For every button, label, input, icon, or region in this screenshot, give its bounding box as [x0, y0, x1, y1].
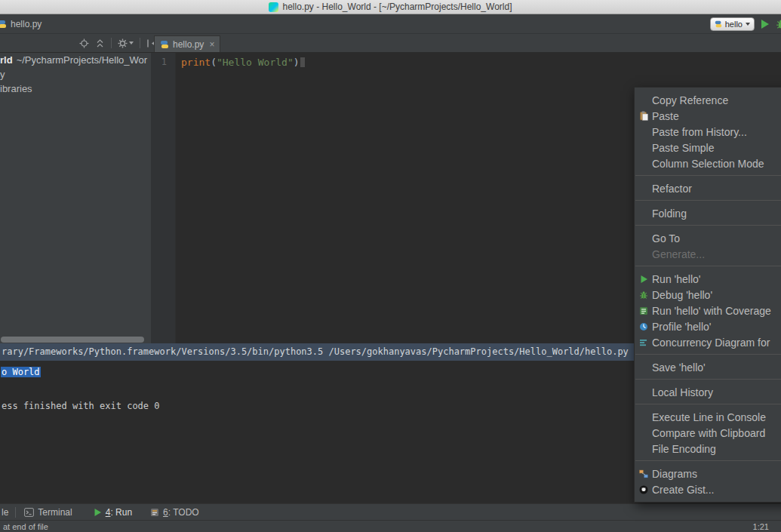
breadcrumb-file[interactable]: hello.py — [11, 19, 42, 29]
menu-item-go-to[interactable]: Go To — [635, 230, 781, 246]
line-number: 1 — [151, 57, 167, 67]
close-icon[interactable]: × — [209, 39, 214, 50]
menu-item-column-selection-mode[interactable]: Column Selection Mode — [635, 155, 781, 171]
menu-item-refactor[interactable]: Refactor — [635, 180, 781, 196]
menu-item-debug-hello[interactable]: Debug 'hello' — [635, 287, 781, 303]
run-button[interactable] — [761, 20, 769, 29]
tab-hello-py[interactable]: hello.py × — [154, 35, 220, 52]
locate-icon[interactable] — [79, 38, 89, 48]
menu-item-local-history[interactable]: Local History — [635, 384, 781, 400]
empty-icon — [638, 248, 650, 260]
menu-item-copy-reference[interactable]: Copy Reference — [635, 92, 781, 108]
project-root-item[interactable]: rld~/PycharmProjects/Hello_Wor — [0, 53, 151, 67]
status-bar: at end of file 1:21 — [0, 520, 781, 532]
project-file-item[interactable]: y — [0, 67, 151, 81]
titlebar: hello.py - Hello_World - [~/PycharmProje… — [0, 0, 781, 14]
toolwindow-run-button[interactable]: 4: Run — [94, 507, 132, 518]
menu-item-run-hello-with-coverage[interactable]: Run 'hello' with Coverage — [635, 303, 781, 318]
menu-item-label: Save 'hello' — [652, 361, 706, 374]
python-file-icon — [0, 20, 7, 29]
menu-item-label: Go To — [652, 232, 680, 244]
console-command-text: rary/Frameworks/Python.framework/Version… — [2, 346, 629, 357]
menu-separator — [635, 460, 781, 461]
menu-item-execute-line-in-console[interactable]: Execute Line in Console — [635, 409, 781, 425]
empty-icon — [638, 386, 650, 398]
project-libraries-item[interactable]: ibraries — [0, 81, 151, 96]
menu-item-label: Local History — [652, 386, 713, 398]
menu-item-label: Profile 'hello' — [652, 321, 712, 333]
diagrams-icon — [638, 468, 650, 480]
menu-item-profile-hello[interactable]: Profile 'hello' — [635, 318, 781, 334]
paste-icon — [638, 110, 650, 122]
gear-icon — [118, 38, 128, 48]
menu-separator — [635, 225, 781, 226]
menu-item-paste-simple[interactable]: Paste Simple — [635, 140, 781, 155]
empty-icon — [638, 411, 650, 423]
run-icon — [638, 273, 650, 285]
python-file-icon — [160, 40, 169, 49]
menu-item-paste-from-history[interactable]: Paste from History... — [635, 124, 781, 140]
empty-icon — [638, 232, 650, 244]
menu-item-label: Paste Simple — [652, 142, 714, 154]
menu-item-folding[interactable]: Folding — [635, 205, 781, 221]
todo-mnemonic: 6 — [163, 507, 168, 518]
run-tab-label: 4: Run — [106, 507, 132, 518]
tab-bar: hello.py × — [0, 34, 781, 53]
menu-separator — [635, 404, 781, 404]
menu-item-label: Debug 'hello' — [652, 289, 712, 301]
menu-item-save-hello[interactable]: Save 'hello' — [635, 359, 781, 375]
menu-item-compare-with-clipboard[interactable]: Compare with Clipboard — [635, 425, 781, 441]
project-root-name: rld — [0, 54, 13, 66]
empty-icon — [638, 94, 650, 106]
todo-tab-label: 6: TODO — [163, 507, 199, 518]
menu-item-label: Compare with Clipboard — [652, 427, 765, 439]
menu-item-label: Column Selection Mode — [652, 158, 764, 170]
toolwindow-console-button[interactable]: le — [2, 507, 8, 518]
run-config-select[interactable]: hello — [710, 17, 755, 31]
empty-icon — [638, 427, 650, 439]
editor-gutter[interactable]: 1 — [151, 53, 176, 343]
menu-item-run-hello[interactable]: Run 'hello' — [635, 271, 781, 287]
menu-item-file-encoding[interactable]: File Encoding — [635, 441, 781, 457]
context-menu: Copy Reference Paste Paste from History.… — [634, 87, 781, 503]
concurrency-icon — [638, 337, 650, 349]
menu-separator — [635, 354, 781, 355]
empty-icon — [638, 142, 650, 154]
todo-label-rest: : TODO — [168, 507, 199, 518]
caret-position[interactable]: 1:21 — [753, 522, 769, 531]
divider — [140, 38, 140, 48]
project-panel[interactable]: rld~/PycharmProjects/Hello_Wor y ibrarie… — [0, 53, 151, 343]
divider — [111, 38, 112, 48]
menu-item-label: Generate... — [652, 248, 705, 260]
menu-item-diagrams[interactable]: Diagrams — [635, 466, 781, 481]
empty-icon — [638, 443, 650, 455]
menu-item-label: Folding — [652, 208, 687, 220]
horizontal-scrollbar[interactable] — [1, 337, 144, 343]
debug-icon — [638, 289, 650, 301]
collapse-all-icon[interactable] — [95, 38, 105, 48]
project-panel-toolbar — [79, 34, 156, 52]
menu-item-paste[interactable]: Paste — [635, 108, 781, 124]
run-config-label: hello — [725, 20, 743, 29]
tool-window-bar: le Terminal 4: Run 6: TODO — [0, 503, 781, 520]
breadcrumb: hello.py — [0, 14, 42, 33]
coverage-icon — [638, 305, 650, 317]
menu-item-label: Paste from History... — [652, 126, 747, 138]
run-toolbar: hello — [710, 14, 781, 33]
menu-separator — [635, 266, 781, 266]
toolwindow-todo-button[interactable]: 6: TODO — [150, 507, 199, 518]
python-config-icon — [715, 20, 722, 28]
console-selected-text: o World — [1, 367, 41, 377]
menu-item-concurrency-diagram[interactable]: Concurrency Diagram for — [635, 334, 781, 350]
code-token-open-paren: ( — [211, 57, 217, 68]
menu-item-create-gist[interactable]: Create Gist... — [635, 481, 781, 497]
menu-item-label: Run 'hello' — [652, 273, 701, 285]
debug-button[interactable] — [776, 19, 781, 29]
menu-item-generate: Generate... — [635, 246, 781, 262]
code-line: print("Hello World") — [177, 56, 781, 69]
toolwindow-terminal-button[interactable]: Terminal — [24, 507, 72, 518]
menu-item-label: Create Gist... — [652, 484, 714, 496]
chevron-down-icon — [746, 23, 750, 26]
settings-button[interactable] — [118, 38, 134, 48]
console-output-line: o World — [1, 366, 41, 378]
